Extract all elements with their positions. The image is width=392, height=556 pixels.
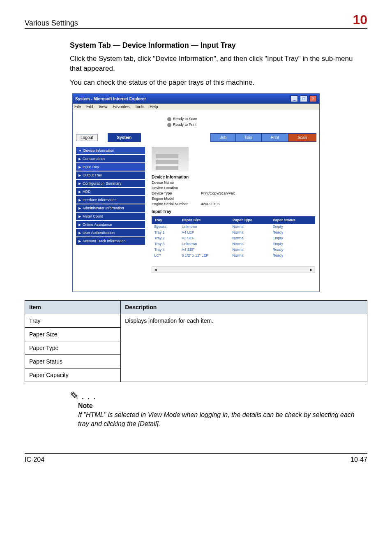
chevron-right-icon: ▶ [78, 198, 81, 202]
close-icon[interactable]: × [309, 95, 317, 102]
note-body: If "HTML" is selected in View Mode when … [78, 410, 355, 428]
tab-system[interactable]: System [108, 133, 141, 142]
table-row[interactable]: Tray 3UnknownNormalEmpty [152, 241, 315, 247]
tab-scan[interactable]: Scan [288, 133, 316, 142]
chevron-right-icon: ▶ [78, 157, 81, 161]
footer-model: IC-204 [25, 456, 44, 463]
chevron-right-icon: ▶ [78, 239, 81, 243]
scroll-right-icon[interactable]: ► [308, 268, 315, 272]
sidebar-item-output-tray[interactable]: ▶Output Tray [76, 171, 145, 179]
chevron-right-icon: ▶ [78, 174, 81, 177]
input-tray-heading: Input Tray [152, 209, 315, 214]
td-type: Normal [230, 247, 270, 253]
sidebar-item-administrator-information[interactable]: ▶Administrator Information [76, 204, 145, 212]
th-paper-status: Paper Status [270, 217, 315, 224]
kv-key: Device Location [152, 185, 201, 191]
sidebar-item-label: Meter Count [83, 214, 103, 218]
kv-key: Engine Model [152, 196, 201, 202]
td-status: Ready [270, 253, 315, 258]
table-row[interactable]: BypassUnknownNormalEmpty [152, 224, 315, 230]
sidebar-item-online-assistance[interactable]: ▶Online Assistance [76, 221, 145, 228]
scroll-left-icon[interactable]: ◄ [152, 268, 159, 272]
td-type: Normal [230, 241, 270, 247]
chevron-right-icon: ▶ [78, 190, 81, 194]
item-name: Tray [25, 314, 121, 328]
sidebar-item-hdd[interactable]: ▶HDD [76, 188, 145, 195]
menu-help[interactable]: Help [150, 104, 158, 109]
th-tray: Tray [152, 217, 180, 224]
sidebar-item-configuration-summary[interactable]: ▶Configuration Summary [76, 180, 145, 187]
sidebar-item-interface-information[interactable]: ▶Interface Information [76, 196, 145, 204]
table-row: Tray Displays information for each item. [25, 314, 367, 328]
td-type: Normal [230, 224, 270, 230]
td-type: Normal [230, 253, 270, 258]
sidebar-item-consumables[interactable]: ▶Consumables [76, 155, 145, 162]
td-type: Normal [230, 235, 270, 241]
logout-button[interactable]: Logout [76, 134, 98, 141]
horizontal-scrollbar[interactable]: ◄► [152, 266, 315, 273]
chevron-down-icon: ▼ [78, 149, 82, 153]
table-row[interactable]: Tray 1A4 LEFNormalReady [152, 229, 315, 235]
table-row[interactable]: Tray 4A4 SEFNormalReady [152, 247, 315, 253]
th-paper-type: Paper Type [230, 217, 270, 224]
sidebar-item-account-track-information[interactable]: ▶Account Track Information [76, 237, 145, 245]
td-size: A4 SEF [179, 247, 230, 253]
kv-row: Engine Model [152, 196, 315, 202]
sidebar-nav: ▼Device Information ▶Consumables ▶Input … [73, 144, 148, 292]
sidebar-item-label: Input Tray [83, 165, 99, 169]
tab-box[interactable]: Box [235, 133, 261, 142]
kv-row: Device Location [152, 185, 315, 191]
minimize-icon[interactable]: _ [291, 95, 298, 102]
menu-edit[interactable]: Edit [86, 104, 93, 109]
window-title: System - Microsoft Internet Explorer [75, 97, 146, 101]
sidebar-item-meter-count[interactable]: ▶Meter Count [76, 213, 145, 220]
status-dot-icon [167, 117, 171, 121]
chevron-right-icon: ▶ [78, 182, 81, 185]
kv-row: Device Name [152, 180, 315, 185]
kv-row: Engine Serial Number420F90106 [152, 202, 315, 207]
kv-key: Device Name [152, 180, 201, 185]
menu-file[interactable]: File [74, 104, 81, 109]
sidebar-item-label: Interface Information [83, 198, 117, 202]
table-row[interactable]: Tray 2A3 SEFNormalEmpty [152, 235, 315, 241]
td-status: Ready [270, 229, 315, 235]
table-row[interactable]: LCT8 1/2" x 11" LEFNormalReady [152, 253, 315, 258]
sidebar-item-label: Online Assistance [83, 222, 112, 227]
sidebar-item-user-authentication[interactable]: ▶User Authentication [76, 229, 145, 236]
tray-table: Tray Paper Size Paper Type Paper Status … [152, 216, 315, 258]
td-tray: LCT [152, 253, 180, 258]
section-heading: System Tab — Device Information — Input … [70, 41, 367, 50]
sidebar-item-label: Configuration Summary [83, 181, 122, 185]
tab-print[interactable]: Print [261, 133, 289, 142]
kv-value: 420F90106 [201, 202, 220, 207]
sidebar-item-device-information[interactable]: ▼Device Information [76, 147, 145, 154]
sidebar-item-label: Device Information [83, 148, 114, 153]
body-paragraph: Click the System tab, click "Device Info… [70, 54, 355, 74]
chapter-number: 10 [353, 12, 367, 28]
header-section: Various Settings [25, 19, 78, 28]
kv-value: Print/Copy/Scan/Fax [201, 191, 235, 196]
status-print: Ready to Print [173, 123, 196, 127]
item-description-table: Item Description Tray Displays informati… [25, 300, 367, 382]
status-scan: Ready to Scan [173, 117, 197, 121]
maximize-icon[interactable]: □ [300, 95, 307, 102]
menu-view[interactable]: View [99, 104, 108, 109]
menu-favorites[interactable]: Favorites [113, 104, 129, 109]
td-status: Ready [270, 247, 315, 253]
td-status: Empty [270, 241, 315, 247]
chevron-right-icon: ▶ [78, 223, 81, 227]
status-dot-icon [167, 123, 171, 127]
sidebar-item-input-tray[interactable]: ▶Input Tray [76, 163, 145, 171]
tab-row: Logout System Job Box Print Scan [73, 132, 319, 144]
tab-job[interactable]: Job [210, 133, 236, 142]
screenshot-window: System - Microsoft Internet Explorer _ □… [72, 93, 320, 292]
td-type: Normal [230, 229, 270, 235]
table-header-row: Item Description [25, 301, 367, 314]
sidebar-item-label: Consumables [83, 157, 105, 161]
sidebar-item-label: HDD [83, 190, 91, 194]
td-tray: Tray 1 [152, 229, 180, 235]
menu-tools[interactable]: Tools [135, 104, 144, 109]
table-header-row: Tray Paper Size Paper Type Paper Status [152, 217, 315, 224]
item-name: Paper Size [25, 328, 121, 341]
kv-key: Device Type [152, 191, 201, 196]
